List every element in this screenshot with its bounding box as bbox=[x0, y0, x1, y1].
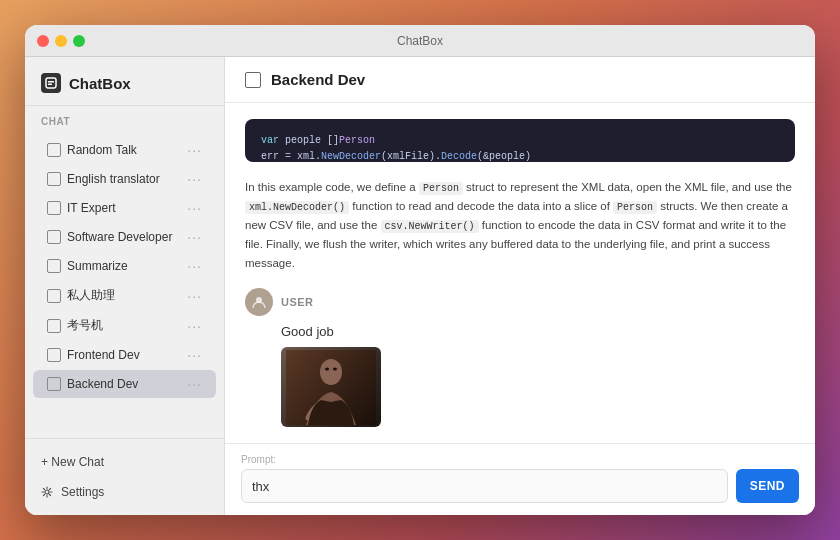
prompt-input[interactable] bbox=[241, 469, 728, 503]
sidebar-footer: + New Chat Settings bbox=[25, 438, 224, 515]
chat-item-dots[interactable]: ··· bbox=[187, 318, 202, 334]
settings-label: Settings bbox=[61, 485, 104, 499]
sidebar-item-random-talk[interactable]: Random Talk ··· bbox=[33, 136, 216, 164]
svg-rect-1 bbox=[48, 81, 54, 83]
new-chat-button[interactable]: + New Chat bbox=[33, 449, 216, 475]
chat-item-label: Random Talk bbox=[67, 143, 137, 157]
sidebar-item-software-developer[interactable]: Software Developer ··· bbox=[33, 223, 216, 251]
chat-item-left: IT Expert bbox=[47, 201, 115, 215]
main-area: Backend Dev var people []Person err = xm… bbox=[225, 57, 815, 515]
send-button[interactable]: SEND bbox=[736, 469, 799, 503]
chat-item-dots[interactable]: ··· bbox=[187, 229, 202, 245]
user-header: USER bbox=[245, 288, 795, 316]
chat-item-dots[interactable]: ··· bbox=[187, 288, 202, 304]
input-row: SEND bbox=[241, 469, 799, 503]
chat-item-icon bbox=[47, 377, 61, 391]
sidebar-item-it-expert[interactable]: IT Expert ··· bbox=[33, 194, 216, 222]
chat-item-icon bbox=[47, 289, 61, 303]
code-block: var people []Person err = xml.NewDecoder… bbox=[245, 119, 795, 162]
chat-item-label: Frontend Dev bbox=[67, 348, 140, 362]
sidebar-item-私人助理[interactable]: 私人助理 ··· bbox=[33, 281, 216, 310]
chat-item-label: Software Developer bbox=[67, 230, 172, 244]
settings-button[interactable]: Settings bbox=[33, 479, 216, 505]
sidebar-item-backend-dev[interactable]: Backend Dev ··· bbox=[33, 370, 216, 398]
chat-item-left: 考号机 bbox=[47, 317, 103, 334]
svg-point-9 bbox=[333, 367, 337, 370]
sidebar-item-english-translator[interactable]: English translator ··· bbox=[33, 165, 216, 193]
sidebar-header: ChatBox bbox=[25, 57, 224, 106]
user-text: Good job bbox=[281, 324, 795, 339]
chat-item-left: English translator bbox=[47, 172, 160, 186]
chat-header-title: Backend Dev bbox=[271, 71, 365, 88]
chat-item-left: Summarize bbox=[47, 259, 128, 273]
chat-item-icon bbox=[47, 172, 61, 186]
window-controls bbox=[37, 35, 85, 47]
chat-item-label: IT Expert bbox=[67, 201, 115, 215]
chat-item-dots[interactable]: ··· bbox=[187, 376, 202, 392]
sidebar-item-frontend-dev[interactable]: Frontend Dev ··· bbox=[33, 341, 216, 369]
user-avatar bbox=[245, 288, 273, 316]
chat-item-dots[interactable]: ··· bbox=[187, 142, 202, 158]
svg-rect-0 bbox=[46, 78, 56, 88]
close-button[interactable] bbox=[37, 35, 49, 47]
settings-icon bbox=[41, 486, 53, 498]
svg-point-3 bbox=[45, 490, 49, 494]
chat-item-icon bbox=[47, 259, 61, 273]
chat-item-icon bbox=[47, 230, 61, 244]
chat-item-label: 私人助理 bbox=[67, 287, 115, 304]
chat-list: Random Talk ··· English translator ··· I… bbox=[25, 131, 224, 438]
chat-item-dots[interactable]: ··· bbox=[187, 347, 202, 363]
chat-item-left: Frontend Dev bbox=[47, 348, 140, 362]
chat-item-icon bbox=[47, 143, 61, 157]
chat-item-icon bbox=[47, 201, 61, 215]
app-logo bbox=[41, 73, 61, 93]
user-label: USER bbox=[281, 296, 314, 308]
app-window: ChatBox ChatBox CHAT Random T bbox=[25, 25, 815, 515]
chat-item-dots[interactable]: ··· bbox=[187, 258, 202, 274]
app-name: ChatBox bbox=[69, 75, 131, 92]
chat-item-label: Backend Dev bbox=[67, 377, 138, 391]
chat-item-label: Summarize bbox=[67, 259, 128, 273]
chat-item-label: 考号机 bbox=[67, 317, 103, 334]
chat-item-left: Software Developer bbox=[47, 230, 172, 244]
svg-point-7 bbox=[320, 359, 342, 385]
chat-header: Backend Dev bbox=[225, 57, 815, 103]
chat-item-left: Random Talk bbox=[47, 143, 137, 157]
chat-item-left: Backend Dev bbox=[47, 377, 138, 391]
input-area: Prompt: SEND bbox=[225, 443, 815, 515]
section-label: CHAT bbox=[25, 106, 224, 131]
chat-item-icon bbox=[47, 319, 61, 333]
chat-item-dots[interactable]: ··· bbox=[187, 200, 202, 216]
svg-point-8 bbox=[325, 367, 329, 370]
svg-rect-2 bbox=[48, 84, 52, 86]
chat-item-label: English translator bbox=[67, 172, 160, 186]
titlebar: ChatBox bbox=[25, 25, 815, 57]
new-chat-label: + New Chat bbox=[41, 455, 104, 469]
prompt-label: Prompt: bbox=[241, 454, 799, 465]
titlebar-title: ChatBox bbox=[397, 34, 443, 48]
description-text: In this example code, we define a Person… bbox=[245, 178, 795, 272]
chat-item-dots[interactable]: ··· bbox=[187, 171, 202, 187]
chat-header-icon bbox=[245, 72, 261, 88]
chat-item-left: 私人助理 bbox=[47, 287, 115, 304]
maximize-button[interactable] bbox=[73, 35, 85, 47]
user-image bbox=[281, 347, 381, 427]
messages-list: var people []Person err = xml.NewDecoder… bbox=[225, 103, 815, 443]
minimize-button[interactable] bbox=[55, 35, 67, 47]
chat-item-icon bbox=[47, 348, 61, 362]
user-image-svg bbox=[286, 350, 376, 425]
sidebar-item-考号机[interactable]: 考号机 ··· bbox=[33, 311, 216, 340]
sidebar-item-summarize[interactable]: Summarize ··· bbox=[33, 252, 216, 280]
main-content: ChatBox CHAT Random Talk ··· English tra… bbox=[25, 57, 815, 515]
sidebar: ChatBox CHAT Random Talk ··· English tra… bbox=[25, 57, 225, 515]
user-message: USER Good job bbox=[245, 288, 795, 427]
